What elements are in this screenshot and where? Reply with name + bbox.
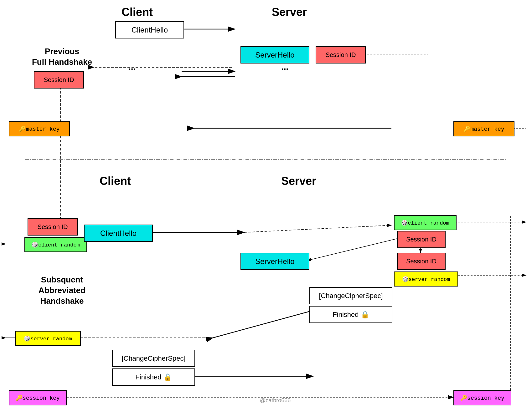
finished-right-box: Finished 🔒 [309, 306, 392, 323]
title-server-bottom: Server [281, 175, 316, 188]
client-hello-top-box: ClientHello [115, 21, 184, 38]
svg-line-13 [307, 239, 397, 261]
session-id-top-right-box: Session ID [316, 46, 366, 63]
svg-line-14 [213, 311, 312, 338]
ellipsis-top-left: ... [128, 62, 136, 72]
previous-handshake-label: PreviousFull Handshake [31, 46, 93, 68]
server-random-right-box: 🎲server random [394, 272, 458, 287]
master-key-right-box: 🔑master key [453, 121, 514, 136]
ellipsis-top-right: ... [281, 62, 288, 72]
session-id-bottom-right1-box: Session ID [397, 231, 446, 248]
subsequent-handshake-label: SubsquentAbbreviated Handshake [24, 275, 100, 306]
server-hello-bottom-box: ServerHello [240, 253, 309, 270]
svg-line-12 [244, 225, 391, 232]
finished-left-box: Finished 🔒 [112, 368, 195, 386]
client-hello-bottom-box: ClientHello [84, 225, 153, 242]
title-client-bottom: Client [100, 175, 131, 188]
title-client-top: Client [121, 6, 153, 19]
client-random-top-right-box: 🎲client random [394, 215, 457, 230]
client-random-bottom-left-box: 🎲client random [24, 237, 87, 252]
session-key-left-box: 🔑session key [9, 390, 67, 405]
title-server-top: Server [272, 6, 307, 19]
session-key-right-box: 🔑session key [453, 390, 511, 405]
diagram-container: Client Server PreviousFull Handshake Cli… [0, 0, 532, 406]
master-key-left-box: 🔑master key [9, 121, 70, 136]
server-hello-top-box: ServerHello [240, 46, 309, 63]
session-id-bottom-right2-box: Session ID [397, 253, 446, 270]
session-id-top-left-box: Session ID [34, 71, 84, 89]
server-random-left-box: 🎲server random [15, 331, 81, 346]
change-cipher-right-box: [ChangeCipherSpec] [309, 287, 392, 304]
watermark: @catbro666 [260, 397, 291, 404]
change-cipher-left-box: [ChangeCipherSpec] [112, 350, 195, 367]
session-id-bottom-left-box: Session ID [28, 218, 78, 236]
